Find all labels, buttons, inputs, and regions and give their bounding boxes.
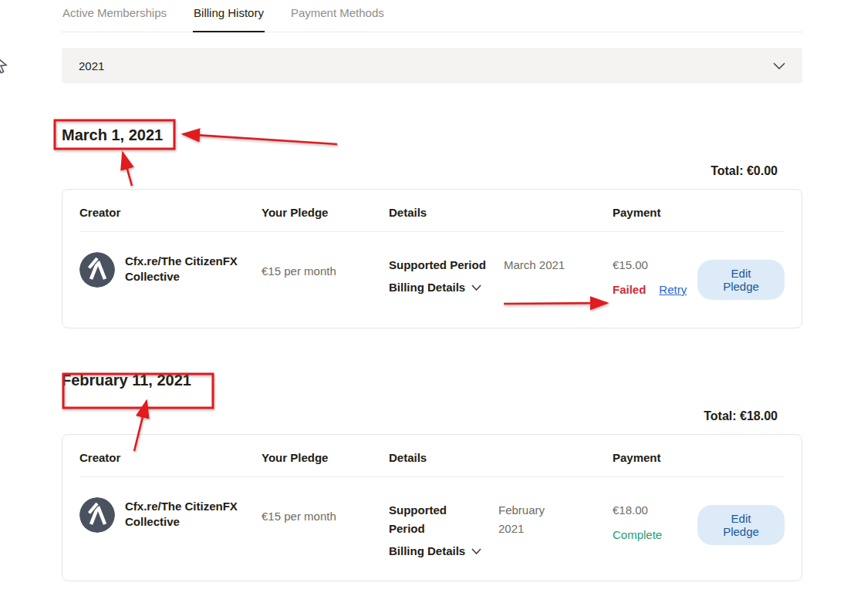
table-header-row: Creator Your Pledge Details Payment <box>79 205 785 232</box>
supported-period-value: February 2021 <box>498 501 559 538</box>
tab-bar: Active Memberships Billing History Payme… <box>62 0 802 32</box>
details-cell: Supported Period February 2021 Billing D… <box>389 501 613 557</box>
section-total-february: Total: €18.00 <box>62 409 802 423</box>
button-cell: Edit Pledge <box>697 260 785 300</box>
creator-avatar[interactable] <box>79 252 115 288</box>
chevron-down-icon <box>471 284 481 291</box>
pledge-amount: €15 per month <box>262 507 389 526</box>
tab-active-memberships[interactable]: Active Memberships <box>62 5 167 32</box>
pledge-amount: €15 per month <box>262 262 389 281</box>
billing-table-february: Creator Your Pledge Details Payment Cfx.… <box>62 434 802 581</box>
chevron-down-icon <box>773 62 785 69</box>
supported-period-value: March 2021 <box>504 256 565 274</box>
year-filter-value: 2021 <box>79 59 104 72</box>
payment-status-failed: Failed <box>613 281 646 299</box>
column-header-details: Details <box>389 205 613 220</box>
table-header-row: Creator Your Pledge Details Payment <box>79 450 785 477</box>
column-header-payment: Payment <box>613 450 697 466</box>
billing-details-toggle[interactable]: Billing Details <box>389 544 613 557</box>
year-filter-dropdown[interactable]: 2021 <box>62 48 802 83</box>
billing-details-label: Billing Details <box>389 544 465 557</box>
section-date-heading-march: March 1, 2021 <box>62 124 802 146</box>
edit-pledge-button[interactable]: Edit Pledge <box>697 505 785 545</box>
button-cell: Edit Pledge <box>697 505 785 545</box>
payment-amount: €18.00 <box>613 501 697 520</box>
payment-amount: €15.00 <box>613 256 697 274</box>
column-header-creator: Creator <box>79 205 262 220</box>
chevron-down-icon <box>471 548 481 554</box>
arrow-cursor-icon <box>0 54 10 76</box>
billing-details-label: Billing Details <box>389 281 465 294</box>
creator-name[interactable]: Cfx.re/The CitizenFX Collective <box>125 499 258 530</box>
tab-payment-methods[interactable]: Payment Methods <box>290 5 385 32</box>
column-header-payment: Payment <box>613 205 697 220</box>
creator-avatar[interactable] <box>79 497 115 533</box>
billing-table-march: Creator Your Pledge Details Payment Cfx.… <box>62 189 802 328</box>
column-header-your-pledge: Your Pledge <box>262 205 389 220</box>
billing-page: Active Memberships Billing History Payme… <box>62 0 802 581</box>
supported-period-label: Supported Period <box>389 501 498 538</box>
section-date-heading-february: February 11, 2021 <box>62 369 802 391</box>
supported-period-label: Supported Period <box>389 256 504 274</box>
retry-link[interactable]: Retry <box>659 281 687 299</box>
creator-cell: Cfx.re/The CitizenFX Collective <box>79 252 262 288</box>
edit-pledge-button[interactable]: Edit Pledge <box>697 260 785 300</box>
details-cell: Supported Period March 2021 Billing Deta… <box>389 256 613 294</box>
payment-cell: €15.00 Failed Retry <box>613 256 697 299</box>
column-header-spacer <box>697 205 785 220</box>
section-total-march: Total: €0.00 <box>62 164 802 178</box>
column-header-creator: Creator <box>79 450 262 466</box>
billing-details-toggle[interactable]: Billing Details <box>389 281 613 294</box>
column-header-details: Details <box>389 450 613 466</box>
column-header-your-pledge: Your Pledge <box>262 450 389 466</box>
payment-cell: €18.00 Complete <box>613 501 697 544</box>
column-header-spacer <box>697 450 785 466</box>
table-row: Cfx.re/The CitizenFX Collective €15 per … <box>79 477 785 557</box>
table-row: Cfx.re/The CitizenFX Collective €15 per … <box>79 232 785 300</box>
creator-cell: Cfx.re/The CitizenFX Collective <box>79 497 262 533</box>
tab-billing-history[interactable]: Billing History <box>193 5 265 32</box>
payment-status-complete: Complete <box>613 526 697 544</box>
creator-name[interactable]: Cfx.re/The CitizenFX Collective <box>125 254 258 284</box>
